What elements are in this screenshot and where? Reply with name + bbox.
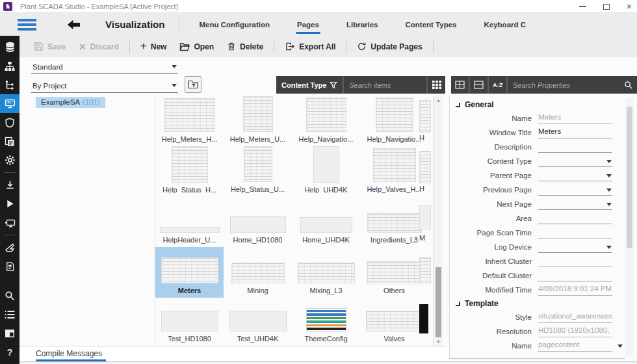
tree-filter-button[interactable] (185, 76, 202, 93)
page-cell[interactable]: Home_UHD4K (292, 196, 360, 247)
page-cell-selected[interactable]: Meters (155, 247, 224, 298)
sidebar-item-download[interactable] (0, 176, 20, 194)
page-cell[interactable]: HelpHeader_U... (155, 196, 224, 247)
previous-page-dropdown[interactable] (538, 185, 612, 196)
log-device-dropdown[interactable] (538, 242, 612, 253)
update-pages-button[interactable]: Update Pages (357, 42, 422, 51)
database-icon (5, 42, 16, 53)
grid-view-button[interactable] (428, 76, 445, 94)
page-cell[interactable]: Mining (224, 247, 292, 298)
window-title-field[interactable]: Meters (538, 127, 612, 138)
page-cell[interactable]: ThemeConfig (292, 298, 360, 346)
sidebar-item-window-panels[interactable] (0, 324, 20, 343)
sidebar-item-runtime-computer[interactable] (0, 213, 20, 232)
page-name: Home_HD1080 (233, 236, 283, 244)
content-type-dropdown[interactable] (538, 156, 612, 167)
sidebar-item-pages[interactable] (0, 132, 20, 151)
sidebar-item-topology[interactable] (0, 57, 20, 75)
search-items-input[interactable] (344, 76, 426, 94)
view-mode-dropdown[interactable]: Standard (31, 60, 178, 74)
grid-row: Help_Status_H... Help_Status_U... Help_U… (155, 146, 433, 196)
maximize-icon[interactable] (603, 4, 610, 10)
group-by-dropdown[interactable]: By Project (31, 79, 178, 93)
search-properties-box (508, 76, 637, 94)
page-cell[interactable]: Help_UHD4K (292, 146, 360, 196)
property-row: Style situational_awareness (450, 310, 625, 324)
page-cell[interactable]: Mixing_L3 (292, 247, 360, 298)
sidebar-item-activity-list[interactable] (0, 305, 20, 324)
tab-content-types[interactable]: Content Types (405, 21, 456, 29)
discard-button[interactable]: ✕ Discard (79, 42, 119, 51)
property-row: Default Cluster (450, 268, 625, 283)
download-icon (5, 180, 15, 190)
export-all-button[interactable]: Export All (285, 42, 335, 51)
search-properties-input[interactable] (508, 76, 637, 94)
back-button[interactable] (67, 20, 81, 30)
tab-libraries[interactable]: Libraries (346, 21, 378, 29)
navigation-sidebar: ? (0, 36, 20, 364)
scroll-up-icon[interactable]: ▲ (434, 98, 443, 103)
sidebar-item-run[interactable] (0, 194, 20, 213)
section-general[interactable]: General (450, 98, 625, 111)
main-menu-icon[interactable] (18, 19, 36, 31)
page-cell[interactable]: Test_HD1080 (155, 298, 224, 346)
tab-pages[interactable]: Pages (297, 21, 319, 29)
page-cell[interactable]: Help_Meters_H... (155, 96, 224, 146)
sidebar-item-security[interactable] (0, 113, 20, 132)
tree-item-examplesa[interactable]: ExampleSA(101) (36, 97, 105, 108)
save-button[interactable]: Save (34, 42, 66, 51)
style-field[interactable]: situational_awareness (538, 312, 612, 323)
expand-all-button[interactable] (451, 76, 469, 94)
grid-scrollbar[interactable]: ▲ ▼ (433, 96, 443, 346)
page-scan-time-field[interactable] (538, 228, 612, 239)
grid-row: Test_HD1080 Test_UHD4K ThemeConfig Valve… (155, 298, 433, 346)
page-cell[interactable]: Help_Navigatio... (292, 96, 360, 146)
scrollbar-thumb[interactable] (436, 267, 441, 337)
folder-filter-icon (188, 80, 198, 89)
scroll-down-icon[interactable]: ▼ (434, 339, 443, 344)
close-icon[interactable]: × (627, 2, 632, 11)
sidebar-item-visualization[interactable] (0, 94, 20, 113)
page-cell[interactable]: Home_HD1080 (224, 196, 292, 247)
section-template[interactable]: Template (450, 297, 625, 310)
description-field[interactable] (538, 142, 612, 153)
collapse-section-icon (456, 103, 460, 107)
property-label: Page Scan Time (450, 229, 538, 237)
page-thumbnail (160, 227, 220, 233)
tab-compile-messages[interactable]: Compile Messages (36, 349, 102, 358)
delete-button[interactable]: Delete (227, 42, 263, 51)
name-field[interactable]: Meters (538, 113, 612, 124)
sidebar-item-reports[interactable] (0, 257, 20, 276)
sidebar-item-database[interactable] (0, 38, 20, 57)
update-pages-label: Update Pages (370, 42, 422, 51)
sort-az-button[interactable]: A↓Z (489, 76, 506, 94)
sidebar-item-settings[interactable] (0, 151, 20, 170)
page-cell[interactable]: Test_UHD4K (224, 298, 292, 346)
sidebar-item-deploy[interactable] (0, 238, 20, 257)
content-type-filter-button[interactable]: Content Type (276, 76, 343, 94)
tab-keyboard[interactable]: Keyboard C (484, 21, 526, 29)
resolution-field[interactable]: HD1080 (1920x1080, 16:9) (538, 326, 612, 337)
collapse-all-button[interactable] (470, 76, 488, 94)
page-cell[interactable]: Help_Status_H... (155, 146, 224, 196)
refresh-icon (357, 42, 367, 51)
template-name-dropdown[interactable]: pagecontent (538, 341, 612, 352)
next-page-dropdown[interactable] (538, 199, 612, 210)
page-name: H (419, 134, 424, 142)
sidebar-item-system-tree[interactable] (0, 75, 20, 94)
default-cluster-field[interactable] (538, 270, 612, 281)
sidebar-item-search[interactable] (0, 286, 20, 305)
page-cell[interactable]: Help_Status_U... (224, 146, 292, 196)
tab-menu-configuration[interactable]: Menu Configuration (199, 21, 270, 29)
inherit-cluster-field[interactable] (538, 256, 612, 267)
new-button[interactable]: + New (140, 42, 167, 51)
open-button[interactable]: Open (179, 42, 214, 51)
minimize-icon[interactable] (579, 6, 586, 7)
sidebar-item-help[interactable]: ? (0, 343, 20, 361)
area-field[interactable] (538, 213, 612, 224)
property-value: HD1080 (1920x1080, 16:9) (538, 326, 612, 334)
page-cell[interactable]: Help_Meters_U... (224, 96, 292, 146)
parent-page-dropdown[interactable] (538, 170, 612, 181)
scrollbar-thumb[interactable] (627, 107, 632, 248)
properties-scrollbar[interactable] (625, 98, 634, 358)
